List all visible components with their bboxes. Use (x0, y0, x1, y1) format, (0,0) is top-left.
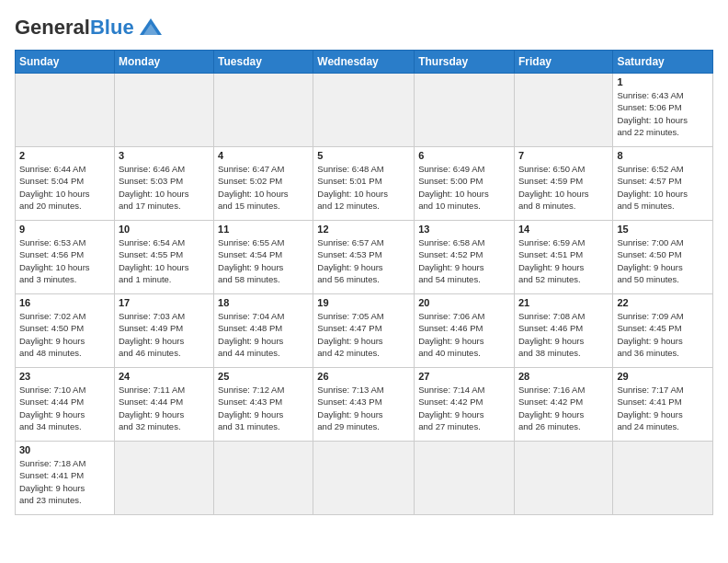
day-info: Sunrise: 7:14 AM Sunset: 4:42 PM Dayligh… (418, 384, 510, 432)
day-info: Sunrise: 7:03 AM Sunset: 4:49 PM Dayligh… (119, 310, 210, 359)
day-info: Sunrise: 7:13 AM Sunset: 4:43 PM Dayligh… (317, 384, 410, 432)
day-of-week-saturday: Saturday (613, 51, 713, 74)
day-number: 12 (317, 224, 410, 235)
calendar: SundayMondayTuesdayWednesdayThursdayFrid… (15, 50, 713, 515)
day-number: 21 (518, 297, 609, 308)
day-info: Sunrise: 7:06 AM Sunset: 4:46 PM Dayligh… (418, 310, 510, 359)
day-of-week-thursday: Thursday (415, 51, 515, 74)
day-number: 2 (19, 150, 110, 161)
day-of-week-monday: Monday (114, 51, 213, 74)
day-info: Sunrise: 7:02 AM Sunset: 4:50 PM Dayligh… (19, 310, 110, 359)
day-number: 8 (617, 150, 709, 161)
day-info: Sunrise: 7:05 AM Sunset: 4:47 PM Dayligh… (317, 310, 410, 359)
day-number: 26 (317, 371, 410, 382)
day-number: 23 (19, 371, 110, 382)
day-number: 24 (119, 371, 210, 382)
day-info: Sunrise: 7:16 AM Sunset: 4:42 PM Dayligh… (518, 384, 609, 432)
day-number: 29 (617, 371, 709, 382)
day-number: 27 (418, 371, 510, 382)
day-number: 25 (218, 371, 309, 382)
day-number: 30 (19, 444, 110, 455)
day-number: 18 (218, 297, 309, 308)
day-info: Sunrise: 6:55 AM Sunset: 4:54 PM Dayligh… (218, 236, 309, 285)
logo-icon (138, 15, 164, 40)
day-info: Sunrise: 7:09 AM Sunset: 4:45 PM Dayligh… (617, 310, 709, 359)
day-number: 9 (19, 224, 110, 235)
day-info: Sunrise: 7:18 AM Sunset: 4:41 PM Dayligh… (19, 457, 110, 506)
day-info: Sunrise: 7:04 AM Sunset: 4:48 PM Dayligh… (218, 310, 309, 359)
day-info: Sunrise: 7:12 AM Sunset: 4:43 PM Dayligh… (218, 384, 309, 432)
day-number: 20 (418, 297, 510, 308)
day-number: 3 (119, 150, 210, 161)
day-of-week-sunday: Sunday (16, 51, 115, 74)
day-info: Sunrise: 6:49 AM Sunset: 5:00 PM Dayligh… (418, 163, 510, 212)
day-info: Sunrise: 6:53 AM Sunset: 4:56 PM Dayligh… (19, 236, 110, 285)
day-info: Sunrise: 6:52 AM Sunset: 4:57 PM Dayligh… (617, 163, 709, 212)
day-number: 22 (617, 297, 709, 308)
day-info: Sunrise: 6:43 AM Sunset: 5:06 PM Dayligh… (617, 89, 709, 138)
day-of-week-wednesday: Wednesday (313, 51, 415, 74)
day-number: 16 (19, 297, 110, 308)
day-info: Sunrise: 7:11 AM Sunset: 4:44 PM Dayligh… (119, 384, 210, 432)
day-number: 28 (518, 371, 609, 382)
day-info: Sunrise: 6:54 AM Sunset: 4:55 PM Dayligh… (119, 236, 210, 285)
day-of-week-tuesday: Tuesday (214, 51, 313, 74)
day-info: Sunrise: 6:44 AM Sunset: 5:04 PM Dayligh… (19, 163, 110, 212)
day-number: 11 (218, 224, 309, 235)
day-number: 10 (119, 224, 210, 235)
day-number: 4 (218, 150, 309, 161)
day-info: Sunrise: 6:46 AM Sunset: 5:03 PM Dayligh… (119, 163, 210, 212)
day-number: 7 (518, 150, 609, 161)
day-info: Sunrise: 6:47 AM Sunset: 5:02 PM Dayligh… (218, 163, 309, 212)
day-number: 6 (418, 150, 510, 161)
day-info: Sunrise: 7:10 AM Sunset: 4:44 PM Dayligh… (19, 384, 110, 432)
day-number: 1 (617, 76, 709, 87)
day-number: 17 (119, 297, 210, 308)
day-info: Sunrise: 6:59 AM Sunset: 4:51 PM Dayligh… (518, 236, 609, 285)
day-number: 14 (518, 224, 609, 235)
day-info: Sunrise: 7:00 AM Sunset: 4:50 PM Dayligh… (617, 236, 709, 285)
logo-text: GeneralBlue (15, 17, 134, 39)
day-info: Sunrise: 7:17 AM Sunset: 4:41 PM Dayligh… (617, 384, 709, 432)
day-info: Sunrise: 6:57 AM Sunset: 4:53 PM Dayligh… (317, 236, 410, 285)
day-of-week-friday: Friday (514, 51, 612, 74)
day-info: Sunrise: 7:08 AM Sunset: 4:46 PM Dayligh… (518, 310, 609, 359)
day-info: Sunrise: 6:58 AM Sunset: 4:52 PM Dayligh… (418, 236, 510, 285)
logo: GeneralBlue (15, 15, 164, 40)
day-number: 15 (617, 224, 709, 235)
calendar-header: SundayMondayTuesdayWednesdayThursdayFrid… (16, 51, 713, 74)
day-number: 13 (418, 224, 510, 235)
day-info: Sunrise: 6:50 AM Sunset: 4:59 PM Dayligh… (518, 163, 609, 212)
day-info: Sunrise: 6:48 AM Sunset: 5:01 PM Dayligh… (317, 163, 410, 212)
day-number: 19 (317, 297, 410, 308)
page-header: GeneralBlue (15, 15, 713, 40)
day-number: 5 (317, 150, 410, 161)
